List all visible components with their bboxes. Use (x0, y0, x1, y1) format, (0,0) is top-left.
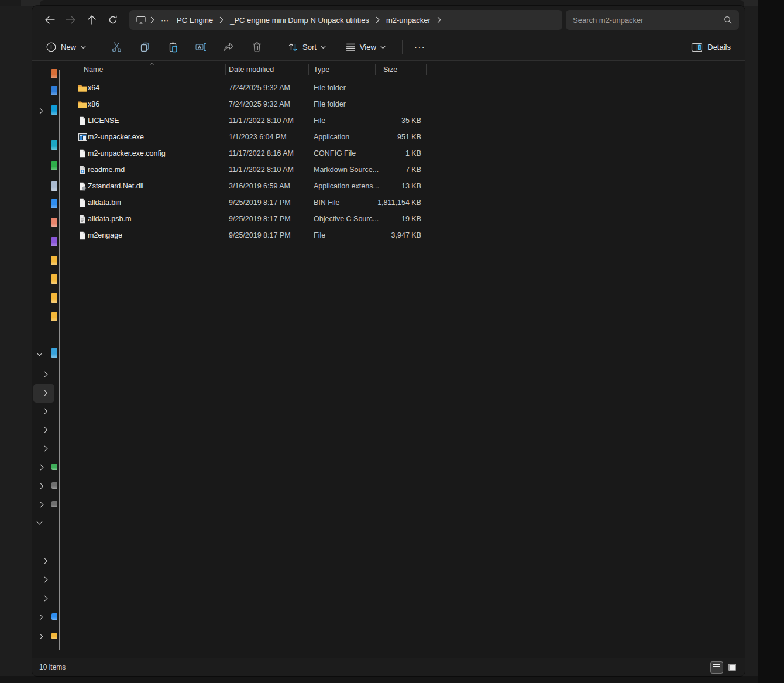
sidebar-item-videos[interactable] (32, 238, 59, 252)
file-row[interactable]: m2-unpacker.exe.config11/17/2022 8:16 AM… (60, 145, 745, 162)
column-divider[interactable] (308, 64, 309, 75)
cut-button[interactable] (105, 37, 128, 57)
chevron-right-icon[interactable] (38, 465, 44, 471)
up-button[interactable] (81, 11, 102, 29)
chevron-right-icon[interactable] (38, 502, 44, 508)
column-header-date[interactable]: Date modified (229, 66, 274, 74)
sidebar-item-drive[interactable] (32, 425, 59, 440)
sidebar-item-tree-item[interactable] (32, 594, 59, 608)
chevron-right-icon[interactable] (42, 577, 48, 583)
column-divider[interactable] (225, 64, 226, 75)
rename-button[interactable] (189, 37, 212, 57)
chevron-right-icon[interactable] (37, 634, 43, 640)
sidebar-item-pinned-folder[interactable] (32, 276, 59, 290)
copy-button[interactable] (133, 37, 156, 57)
search-icon[interactable] (724, 16, 732, 24)
chevron-right-icon[interactable] (42, 372, 48, 377)
breadcrumb-segment[interactable]: _PC engine mini Dump N Unpack utilities (226, 13, 373, 27)
file-row[interactable]: readme.md11/17/2022 8:10 AMMarkdown Sour… (60, 162, 745, 178)
column-header-name[interactable]: Name (84, 66, 103, 74)
breadcrumb-overflow-button[interactable]: ··· (157, 13, 173, 27)
file-size: 7 KB (351, 166, 421, 174)
sidebar-item-drive[interactable] (32, 389, 59, 403)
file-row[interactable]: LICENSE11/17/2022 8:10 AMFile35 KB (60, 112, 745, 129)
folder-icon (78, 83, 87, 92)
column-header-size[interactable]: Size (383, 66, 397, 74)
sidebar-item-music[interactable] (32, 219, 59, 233)
sidebar-item-tree-item[interactable] (32, 557, 59, 571)
paste-button[interactable] (161, 37, 184, 57)
details-view-toggle[interactable] (711, 662, 723, 673)
file-row[interactable]: alldata.psb.m9/25/2019 8:17 PMObjective … (60, 211, 745, 227)
chevron-right-icon[interactable] (42, 427, 48, 433)
sidebar-item-tree-item[interactable] (32, 500, 59, 514)
sidebar-item-onedrive[interactable] (32, 107, 59, 121)
chevron-right-icon[interactable] (38, 483, 44, 489)
sidebar-item-drive[interactable] (32, 370, 59, 384)
chevron-right-icon[interactable] (373, 16, 382, 23)
chevron-right-icon[interactable] (42, 409, 48, 414)
sidebar-item-folder-tree[interactable] (32, 632, 59, 646)
chevron-down-icon[interactable] (37, 351, 43, 356)
sidebar-item-drive[interactable] (32, 444, 59, 458)
chevron-right-icon[interactable] (42, 446, 48, 452)
search-box[interactable]: Search m2-unpacker (566, 10, 739, 30)
details-pane-button[interactable]: Details (685, 39, 737, 56)
navigation-pane-scrollbar[interactable] (59, 70, 60, 650)
chevron-right-icon[interactable] (42, 596, 48, 602)
sidebar-item-drive[interactable] (32, 407, 59, 421)
this-pc-monitor-icon[interactable] (134, 15, 148, 25)
view-button[interactable]: View (340, 39, 391, 55)
file-row[interactable]: x867/24/2025 9:32 AMFile folder (60, 96, 745, 112)
breadcrumb-segment[interactable]: m2-unpacker (382, 13, 435, 27)
file-type: CONFIG File (314, 149, 356, 157)
chevron-right-icon[interactable] (217, 16, 226, 23)
home-icon (51, 69, 57, 78)
sidebar-item-pictures[interactable] (32, 200, 59, 214)
column-divider[interactable] (375, 64, 376, 75)
sidebar-item-home[interactable] (32, 70, 59, 84)
thumbnail-view-toggle[interactable] (726, 662, 738, 673)
sidebar-item-tree-item[interactable] (32, 482, 59, 496)
new-button[interactable]: New (40, 39, 92, 56)
file-row[interactable]: Zstandard.Net.dll3/16/2019 6:59 AMApplic… (60, 178, 745, 194)
sidebar-item-pinned-folder[interactable] (32, 294, 59, 308)
chevron-right-icon[interactable] (37, 108, 43, 114)
file-row[interactable]: alldata.bin9/25/2019 8:17 PMBIN File1,81… (60, 194, 745, 211)
file-row[interactable]: m2-unpacker.exe1/1/2023 6:04 PMApplicati… (60, 129, 745, 145)
sidebar-item-tree-item[interactable] (32, 463, 59, 477)
column-header-type[interactable]: Type (314, 66, 329, 74)
app-icon (78, 132, 87, 142)
sidebar-item-tree-item[interactable] (32, 575, 59, 589)
sidebar-item-downloads[interactable] (32, 162, 59, 176)
column-divider[interactable] (426, 64, 427, 75)
sidebar-item-gallery[interactable] (32, 87, 59, 101)
back-arrow-icon (46, 16, 54, 23)
file-date-modified: 7/24/2025 9:32 AM (229, 84, 290, 92)
sidebar-item-tree-item[interactable] (32, 518, 59, 532)
chevron-right-icon[interactable] (37, 615, 43, 620)
file-type: File (314, 231, 325, 239)
chevron-right-icon[interactable] (42, 390, 48, 396)
sidebar-item-documents[interactable] (32, 183, 59, 197)
chevron-down-icon[interactable] (37, 519, 43, 525)
chevron-right-icon[interactable] (42, 558, 48, 564)
share-button[interactable] (217, 37, 240, 57)
sidebar-item-onedrive-tree[interactable] (32, 613, 59, 627)
file-row[interactable]: x647/24/2025 9:32 AMFile folder (60, 80, 745, 96)
forward-button[interactable] (60, 11, 81, 29)
breadcrumb[interactable]: ··· PC Engine_PC engine mini Dump N Unpa… (129, 10, 562, 30)
sidebar-item-this-pc[interactable] (32, 349, 59, 363)
breadcrumb-segment[interactable]: PC Engine (173, 13, 217, 27)
file-row[interactable]: m2engage9/25/2019 8:17 PMFile3,947 KB (60, 227, 745, 243)
sidebar-item-pinned-folder[interactable] (32, 313, 59, 327)
back-button[interactable] (39, 11, 60, 29)
file-name: m2-unpacker.exe (88, 133, 144, 141)
refresh-button[interactable] (102, 11, 123, 29)
sidebar-item-pinned-folder[interactable] (32, 257, 59, 271)
chevron-right-icon[interactable] (435, 16, 443, 23)
sort-button[interactable]: Sort (282, 39, 332, 56)
delete-button[interactable] (245, 37, 269, 57)
sidebar-item-desktop[interactable] (32, 142, 59, 156)
see-more-button[interactable]: ··· (408, 39, 431, 56)
